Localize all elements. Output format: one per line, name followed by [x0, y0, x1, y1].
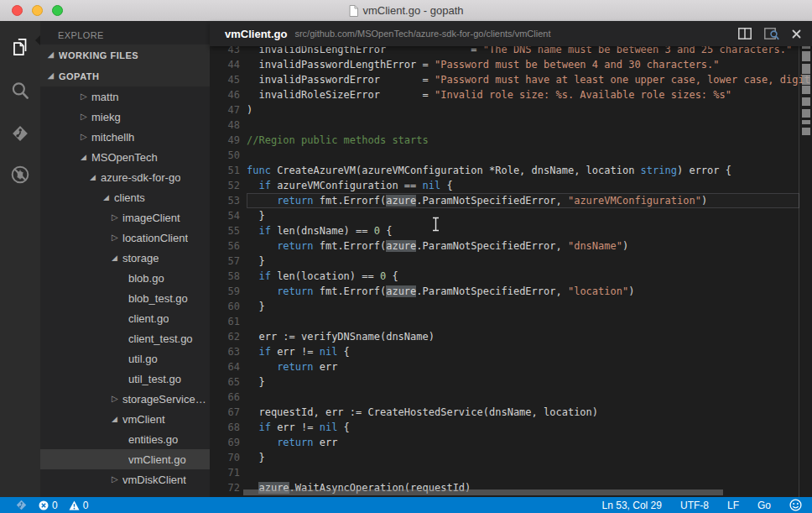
code-line-66[interactable]	[247, 390, 799, 405]
code-line-59[interactable]: return fmt.Errorf(azure.ParamNotSpecifie…	[247, 284, 799, 299]
horizontal-scrollbar-thumb[interactable]	[243, 489, 723, 495]
code-line-52[interactable]: if azureVMConfiguration == nil {	[247, 178, 799, 193]
encoding-indicator[interactable]: UTF-8	[680, 500, 709, 511]
code-line-70[interactable]: }	[247, 450, 799, 465]
warning-triangle-icon	[69, 500, 80, 510]
tree-item-client-test-go[interactable]: client_test.go	[40, 328, 210, 348]
tree-item-util-go[interactable]: util.go	[40, 348, 210, 369]
tree-item-label: miekg	[91, 111, 121, 123]
code-line-43[interactable]: invalidDnsLengthError = "The DNS name mu…	[247, 46, 799, 57]
code-line-47[interactable]: )	[247, 102, 799, 118]
code-line-55[interactable]: if len(dnsName) == 0 {	[247, 223, 799, 238]
code-line-71[interactable]	[247, 465, 799, 480]
code-line-49[interactable]: //Region public methods starts	[247, 133, 799, 148]
zoom-window-button[interactable]	[52, 5, 63, 16]
code-line-58[interactable]: if len(location) == 0 {	[247, 269, 799, 284]
git-icon[interactable]	[0, 117, 40, 150]
git-branch-icon[interactable]	[15, 499, 28, 511]
code-line-61[interactable]	[247, 314, 799, 329]
code-token	[247, 361, 277, 373]
search-icon[interactable]	[0, 74, 40, 107]
minimize-window-button[interactable]	[32, 5, 43, 16]
sidebar-title: EXPLORE	[40, 21, 210, 44]
code-editor[interactable]: 4344454647484950515253545556575859606162…	[210, 46, 812, 497]
code-token: string	[641, 165, 677, 176]
tree-item-blob-test-go[interactable]: blob_test.go	[40, 288, 210, 308]
horizontal-scrollbar[interactable]	[210, 489, 799, 495]
tree-item-label: GOPATH	[59, 71, 99, 81]
code-line-54[interactable]: }	[247, 208, 799, 223]
code-line-45[interactable]: invalidPasswordError = "Password must ha…	[247, 72, 799, 87]
code-line-60[interactable]: }	[247, 299, 799, 314]
code-line-46[interactable]: invalidRoleSizeError = "Invalid role siz…	[247, 87, 799, 102]
line-number: 56	[210, 238, 240, 254]
code-line-44[interactable]: invalidPasswordLengthError = "Password m…	[247, 57, 799, 72]
tree-item-storageservicecl[interactable]: ▷storageServiceCl…	[40, 389, 210, 409]
code-token: err := verifyDNSname(dnsName)	[247, 331, 435, 343]
overview-mark	[802, 97, 810, 106]
code-line-56[interactable]: return fmt.Errorf(azure.ParamNotSpecifie…	[247, 238, 799, 254]
line-number: 66	[210, 390, 240, 405]
tree-item-vmclient[interactable]: ◢vmClient	[40, 409, 210, 429]
expanded-twistie-icon: ◢	[81, 154, 91, 161]
error-count[interactable]: 0	[39, 500, 58, 511]
eol-indicator[interactable]: LF	[727, 500, 739, 511]
debug-icon[interactable]	[0, 158, 40, 191]
overview-mark	[802, 109, 810, 118]
tree-item-storage[interactable]: ◢storage	[40, 248, 210, 268]
overview-mark	[802, 128, 810, 135]
code-line-57[interactable]: }	[247, 254, 799, 269]
tree-item-util-test-go[interactable]: util_test.go	[40, 369, 210, 389]
tree-item-vmdiskclient[interactable]: ▷vmDiskClient	[40, 469, 210, 489]
tree-item-label: blob.go	[128, 272, 164, 285]
code-line-67[interactable]: requestId, err := CreateHostedService(dn…	[247, 405, 799, 420]
tree-item-entities-go[interactable]: entities.go	[40, 429, 210, 449]
code-token: invalidDnsLengthError =	[247, 46, 483, 55]
warning-count[interactable]: 0	[69, 500, 89, 511]
tree-item-azure-sdk-for-go[interactable]: ◢azure-sdk-for-go	[40, 167, 210, 187]
tree-item-locationclient[interactable]: ▷locationClient	[40, 228, 210, 248]
code-line-63[interactable]: if err != nil {	[247, 344, 799, 359]
tree-item-mitchellh[interactable]: ▷mitchellh	[40, 127, 210, 147]
code-line-65[interactable]: }	[247, 374, 799, 390]
tree-item-vmclient-go[interactable]: vmClient.go	[40, 449, 210, 469]
tree-item-client-go[interactable]: client.go	[40, 308, 210, 328]
explorer-icon[interactable]	[0, 30, 40, 64]
code-line-50[interactable]	[247, 148, 799, 163]
code-line-68[interactable]: if err != nil {	[247, 420, 799, 435]
file-tree: ◢WORKING FILES◢GOPATH▷mattn▷miekg▷mitche…	[40, 44, 210, 497]
line-number: 54	[210, 208, 240, 223]
sidebar-section-working-files[interactable]: ◢WORKING FILES	[40, 44, 210, 65]
code-line-48[interactable]	[247, 118, 799, 133]
line-number: 50	[210, 148, 240, 163]
tab-filename[interactable]: vmClient.go	[225, 28, 287, 40]
code-token: }	[247, 376, 265, 388]
tree-item-imageclient[interactable]: ▷imageClient	[40, 207, 210, 228]
sidebar-section-gopath[interactable]: ◢GOPATH	[40, 65, 210, 86]
preview-icon[interactable]	[764, 28, 779, 40]
code-line-62[interactable]: err := verifyDNSname(dnsName)	[247, 329, 799, 344]
tree-item-msopentech[interactable]: ◢MSOpenTech	[40, 147, 210, 167]
overview-ruler[interactable]	[799, 46, 812, 497]
code-line-64[interactable]: return err	[247, 359, 799, 374]
code-line-53[interactable]: return fmt.Errorf(azure.ParamNotSpecifie…	[247, 193, 799, 208]
code-token	[247, 437, 277, 448]
code-token: azureVMConfiguration ==	[271, 180, 423, 191]
code-line-69[interactable]: return err	[247, 435, 799, 450]
language-mode[interactable]: Go	[757, 500, 771, 511]
split-editor-icon[interactable]	[738, 28, 752, 39]
tree-item-label: WORKING FILES	[59, 50, 138, 60]
tree-item-blob-go[interactable]: blob.go	[40, 268, 210, 288]
close-window-button[interactable]	[12, 5, 23, 16]
tree-item-label: util_test.go	[128, 373, 181, 385]
line-number: 67	[210, 405, 240, 420]
close-icon[interactable]	[792, 29, 801, 39]
feedback-smiley-icon[interactable]	[789, 499, 802, 511]
code-line-51[interactable]: func CreateAzureVM(azureVMConfiguration …	[247, 163, 799, 178]
tree-item-clients[interactable]: ◢clients	[40, 187, 210, 207]
tree-item-mattn[interactable]: ▷mattn	[40, 86, 210, 107]
tree-item-core[interactable]: ◢core	[40, 489, 210, 497]
highlighted-word: azure	[386, 195, 416, 207]
cursor-position[interactable]: Ln 53, Col 29	[602, 500, 662, 511]
tree-item-miekg[interactable]: ▷miekg	[40, 107, 210, 127]
